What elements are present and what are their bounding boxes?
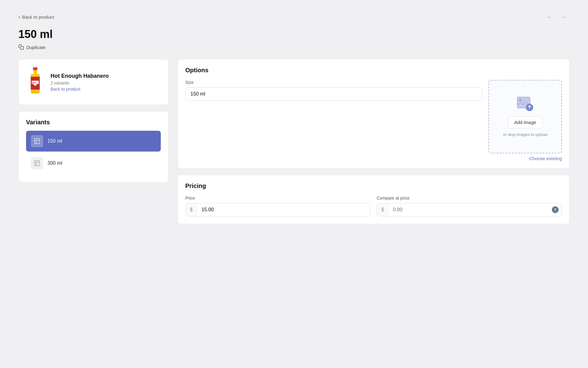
next-arrow-button[interactable]: → [559,12,570,22]
variants-card: Variants 150 ml [18,111,168,182]
variants-count: 2 variants [51,81,109,85]
page-title: 150 ml [18,28,570,41]
product-info: FINDA Hot Enough Habanero 2 variants Bac… [26,67,161,97]
duplicate-icon [18,44,24,50]
variant-icon-300ml [31,157,43,169]
compare-currency-symbol: $ [377,203,389,216]
svg-text:FINDA: FINDA [32,82,36,84]
variant-label-300ml: 300 ml [47,160,62,166]
product-name: Hot Enough Habanero [51,73,109,79]
image-upload-container: Add image or drop images to upload Choos… [488,80,562,161]
image-upload-zone[interactable]: Add image or drop images to upload [488,80,562,153]
pricing-card: Pricing Price $ Compare at price [178,175,570,224]
upload-icon [516,96,534,113]
svg-rect-8 [31,92,39,94]
variants-title: Variants [26,119,161,126]
variant-icon-150ml [31,135,43,147]
svg-point-12 [519,99,522,101]
back-arrow-icon: ‹ [18,14,20,20]
pagination-arrows: ← → [544,12,570,22]
options-card: Options Size [178,59,570,169]
top-navigation: ‹ Back to product ← → [18,12,570,22]
compare-price-input-wrapper: $ ? [377,203,562,216]
prev-arrow-button[interactable]: ← [544,12,555,22]
product-card: FINDA Hot Enough Habanero 2 variants Bac… [18,59,168,105]
back-to-product-card-link[interactable]: Back to product [51,87,109,92]
left-column: FINDA Hot Enough Habanero 2 variants Bac… [18,59,168,182]
size-field-container: Size [185,80,482,101]
svg-rect-1 [33,67,38,70]
back-to-product-link[interactable]: ‹ Back to product [18,14,54,20]
variant-item-150ml[interactable]: 150 ml [26,131,161,152]
pricing-title: Pricing [185,182,562,190]
price-label: Price [185,196,371,201]
help-icon[interactable]: ? [552,206,559,213]
price-field-container: Price $ [185,196,371,216]
svg-rect-0 [21,47,24,50]
add-image-button[interactable]: Add image [508,116,543,128]
back-link-label: Back to product [22,14,54,20]
compare-price-label: Compare at price [377,196,562,201]
price-input[interactable] [197,203,370,216]
size-label: Size [185,80,482,85]
options-grid: Size [185,80,562,161]
svg-rect-10 [35,161,40,166]
product-image: FINDA [26,67,44,97]
product-details: Hot Enough Habanero 2 variants Back to p… [51,73,109,92]
compare-price-input[interactable] [389,203,552,216]
svg-rect-2 [34,70,37,74]
pricing-grid: Price $ Compare at price $ ? [185,196,562,216]
price-currency-symbol: $ [186,203,197,216]
compare-price-field-container: Compare at price $ ? [377,196,562,216]
main-layout: FINDA Hot Enough Habanero 2 variants Bac… [18,59,570,224]
choose-existing-link[interactable]: Choose existing [488,156,562,161]
svg-rect-9 [35,139,40,144]
price-input-wrapper: $ [185,203,371,216]
drop-text: or drop images to upload [503,132,547,137]
variant-item-300ml[interactable]: 300 ml [26,153,161,174]
size-input[interactable] [185,87,482,101]
right-column: Options Size [178,59,570,224]
variant-label-150ml: 150 ml [47,138,62,144]
duplicate-label: Duplicate [26,45,46,50]
duplicate-button[interactable]: Duplicate [18,44,46,50]
options-title: Options [185,67,562,74]
